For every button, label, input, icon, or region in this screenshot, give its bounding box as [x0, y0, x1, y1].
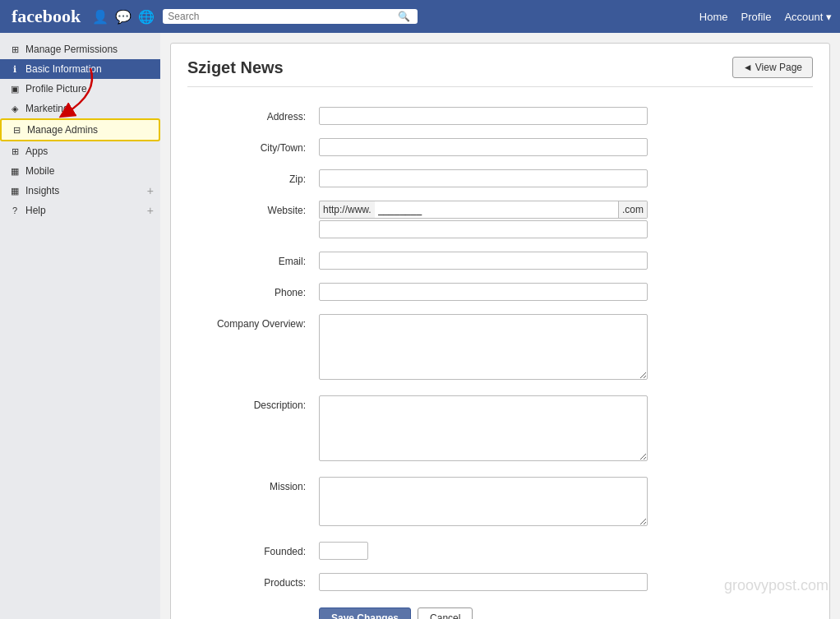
- description-textarea[interactable]: [319, 395, 648, 461]
- page-header: Sziget News ◄ View Page: [187, 57, 813, 87]
- home-link[interactable]: Home: [699, 11, 728, 23]
- manage-admins-icon: ⊟: [10, 123, 23, 136]
- website-label: Website:: [187, 201, 319, 216]
- sidebar-item-help[interactable]: ? Help +: [0, 201, 160, 220]
- help-icon: ?: [8, 204, 21, 217]
- zip-input[interactable]: [319, 169, 648, 187]
- sidebar-item-basic-information[interactable]: ℹ Basic Information: [0, 59, 160, 79]
- website-suffix: .com: [619, 201, 648, 219]
- page-title: Sziget News: [187, 58, 284, 77]
- search-input[interactable]: [168, 11, 398, 22]
- address-field: [319, 107, 813, 125]
- products-row: Products:: [187, 570, 813, 594]
- address-label: Address:: [187, 107, 319, 122]
- email-row: Email:: [187, 248, 813, 273]
- phone-label: Phone:: [187, 283, 319, 298]
- address-row: Address:: [187, 104, 813, 128]
- city-input[interactable]: [319, 138, 648, 156]
- mission-label: Mission:: [187, 477, 319, 492]
- sidebar-item-mobile[interactable]: ▦ Mobile: [0, 161, 160, 181]
- layout: ⊞ Manage Permissions ℹ Basic Information…: [0, 33, 840, 619]
- facebook-logo: facebook: [8, 6, 84, 27]
- form-actions: Save Changes Cancel: [187, 607, 813, 619]
- sidebar-item-manage-admins[interactable]: ⊟ Manage Admins: [0, 118, 160, 141]
- help-plus[interactable]: +: [147, 204, 154, 217]
- page-form: Address: City/Town: Zip:: [187, 104, 813, 619]
- products-field: [319, 573, 813, 591]
- sidebar-item-profile-picture[interactable]: ▣ Profile Picture: [0, 79, 160, 99]
- search-icon[interactable]: 🔍: [398, 11, 410, 22]
- friends-icon[interactable]: 👤: [92, 9, 108, 25]
- content-area: Sziget News ◄ View Page Address: City/To…: [170, 43, 830, 619]
- sidebar-label-apps: Apps: [25, 146, 48, 157]
- phone-field: [319, 283, 813, 301]
- nav-icons: 👤 💬 🌐: [92, 9, 155, 25]
- zip-label: Zip:: [187, 169, 319, 185]
- company-overview-field: [319, 314, 813, 382]
- apps-icon: ⊞: [8, 145, 21, 158]
- products-label: Products:: [187, 573, 319, 589]
- description-label: Description:: [187, 395, 319, 411]
- founded-field: [319, 542, 813, 560]
- main-content: Sziget News ◄ View Page Address: City/To…: [160, 33, 840, 619]
- account-menu[interactable]: Account ▾: [784, 11, 832, 23]
- sidebar: ⊞ Manage Permissions ℹ Basic Information…: [0, 33, 160, 619]
- sidebar-item-insights[interactable]: ▦ Insights +: [0, 181, 160, 201]
- nav-right: Home Profile Account ▾: [699, 11, 832, 23]
- top-nav: facebook 👤 💬 🌐 🔍 Home Profile Account ▾: [0, 0, 840, 33]
- mission-textarea[interactable]: [319, 477, 648, 526]
- company-overview-textarea[interactable]: [319, 314, 648, 380]
- marketing-icon: ◈: [8, 102, 21, 115]
- website-prefix: http://www.: [319, 201, 375, 219]
- messages-icon[interactable]: 💬: [115, 9, 132, 25]
- description-row: Description:: [187, 392, 813, 467]
- sidebar-label-profile-picture: Profile Picture: [25, 83, 87, 95]
- sidebar-label-marketing: Marketing: [25, 103, 69, 114]
- email-input[interactable]: [319, 252, 648, 270]
- sidebar-label-help: Help: [25, 205, 46, 216]
- mobile-icon: ▦: [8, 164, 21, 178]
- zip-field: [319, 169, 813, 187]
- city-field: [319, 138, 813, 156]
- founded-input[interactable]: [319, 542, 368, 560]
- cancel-button[interactable]: Cancel: [418, 607, 473, 619]
- sidebar-label-manage-permissions: Manage Permissions: [25, 44, 118, 55]
- basic-info-icon: ℹ: [8, 62, 21, 76]
- mission-field: [319, 477, 813, 529]
- website-input-wrap: http://www. .com: [319, 201, 648, 219]
- phone-input[interactable]: [319, 283, 648, 301]
- website-input[interactable]: [375, 201, 619, 219]
- company-overview-label: Company Overview:: [187, 314, 319, 330]
- description-field: [319, 395, 813, 464]
- notifications-icon[interactable]: 🌐: [138, 9, 155, 25]
- website-field: http://www. .com: [319, 201, 813, 238]
- save-button[interactable]: Save Changes: [319, 607, 411, 619]
- zip-row: Zip:: [187, 166, 813, 191]
- profile-picture-icon: ▣: [8, 82, 21, 95]
- website-full-input[interactable]: [319, 220, 648, 238]
- email-label: Email:: [187, 252, 319, 267]
- products-input[interactable]: [319, 573, 648, 591]
- sidebar-item-manage-permissions[interactable]: ⊞ Manage Permissions: [0, 39, 160, 59]
- view-page-button[interactable]: ◄ View Page: [732, 57, 813, 78]
- sidebar-label-mobile: Mobile: [25, 165, 54, 177]
- phone-row: Phone:: [187, 279, 813, 304]
- city-label: City/Town:: [187, 138, 319, 154]
- sidebar-label-manage-admins: Manage Admins: [27, 124, 98, 136]
- email-field: [319, 252, 813, 270]
- city-row: City/Town:: [187, 135, 813, 159]
- sidebar-label-insights: Insights: [25, 185, 59, 196]
- mission-row: Mission:: [187, 473, 813, 532]
- insights-plus[interactable]: +: [147, 184, 154, 197]
- manage-permissions-icon: ⊞: [8, 43, 21, 56]
- website-row: Website: http://www. .com: [187, 197, 813, 242]
- sidebar-label-basic-information: Basic Information: [25, 63, 102, 75]
- founded-label: Founded:: [187, 542, 319, 557]
- company-overview-row: Company Overview:: [187, 311, 813, 386]
- founded-row: Founded:: [187, 538, 813, 563]
- address-input[interactable]: [319, 107, 648, 125]
- sidebar-item-marketing[interactable]: ◈ Marketing: [0, 99, 160, 118]
- profile-link[interactable]: Profile: [741, 11, 772, 23]
- sidebar-item-apps[interactable]: ⊞ Apps: [0, 141, 160, 161]
- insights-icon: ▦: [8, 184, 21, 197]
